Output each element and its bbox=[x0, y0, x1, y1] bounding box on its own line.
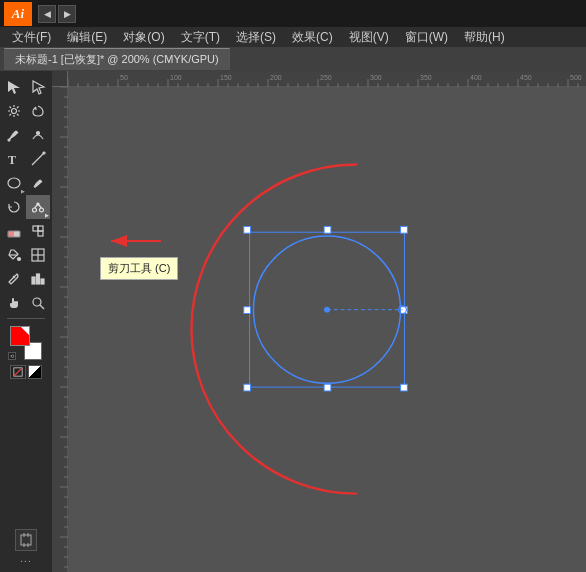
handle-tr bbox=[401, 226, 408, 233]
svg-line-38 bbox=[40, 305, 44, 309]
menu-effect[interactable]: 效果(C) bbox=[284, 27, 341, 47]
menu-file[interactable]: 文件(F) bbox=[4, 27, 59, 47]
svg-rect-119 bbox=[52, 87, 68, 572]
reset-colors-btn[interactable]: ⟲ bbox=[8, 352, 16, 360]
menu-object[interactable]: 对象(O) bbox=[115, 27, 172, 47]
nav-back-btn[interactable]: ◀ bbox=[38, 5, 56, 23]
tool-row-10 bbox=[0, 291, 52, 315]
svg-rect-26 bbox=[38, 231, 43, 236]
svg-line-40 bbox=[14, 368, 22, 376]
menu-window[interactable]: 窗口(W) bbox=[397, 27, 456, 47]
pencil-tool[interactable] bbox=[26, 171, 50, 195]
tool-row-3 bbox=[0, 123, 52, 147]
lasso-tool[interactable] bbox=[26, 99, 50, 123]
eyedropper-tool[interactable] bbox=[2, 267, 26, 291]
bar-graph-tool[interactable] bbox=[26, 267, 50, 291]
svg-point-8 bbox=[12, 109, 17, 114]
vertical-ruler bbox=[52, 87, 68, 572]
svg-text:T: T bbox=[8, 153, 16, 167]
svg-rect-34 bbox=[32, 277, 35, 284]
shape-builder-tool[interactable] bbox=[26, 219, 50, 243]
tool-row-4: T bbox=[0, 147, 52, 171]
handle-tl bbox=[244, 226, 251, 233]
svg-line-7 bbox=[10, 114, 12, 116]
tool-row-9 bbox=[0, 267, 52, 291]
direct-selection-tool[interactable] bbox=[26, 75, 50, 99]
paint-bucket-tool[interactable] bbox=[2, 243, 26, 267]
svg-point-10 bbox=[8, 139, 10, 141]
svg-rect-25 bbox=[33, 226, 38, 231]
zoom-tool[interactable] bbox=[26, 291, 50, 315]
mesh-tool[interactable] bbox=[26, 243, 50, 267]
svg-text:400: 400 bbox=[470, 74, 482, 81]
ellipse-tool[interactable]: ▶ bbox=[2, 171, 26, 195]
hand-tool[interactable] bbox=[2, 291, 26, 315]
svg-point-18 bbox=[40, 208, 44, 212]
svg-rect-41 bbox=[21, 535, 31, 545]
menu-select[interactable]: 选择(S) bbox=[228, 27, 284, 47]
svg-line-13 bbox=[32, 153, 44, 165]
selection-tool[interactable] bbox=[2, 75, 26, 99]
handle-ml bbox=[244, 307, 251, 314]
nav-forward-btn[interactable]: ▶ bbox=[58, 5, 76, 23]
document-canvas[interactable] bbox=[68, 87, 586, 572]
scissors-tool[interactable]: ▶ bbox=[26, 195, 50, 219]
svg-line-4 bbox=[10, 107, 12, 109]
red-outer-arc bbox=[191, 164, 356, 493]
type-tool[interactable]: T bbox=[2, 147, 26, 171]
tool-row-5: ▶ bbox=[0, 171, 52, 195]
artboard-tool[interactable] bbox=[15, 529, 37, 551]
svg-text:150: 150 bbox=[220, 74, 232, 81]
svg-text:350: 350 bbox=[420, 74, 432, 81]
main-area: T ▶ bbox=[0, 71, 586, 572]
svg-rect-27 bbox=[38, 226, 43, 231]
title-icons: ◀ ▶ bbox=[38, 5, 76, 23]
tab-bar: 未标题-1 [已恢复]* @ 200% (CMYK/GPU) bbox=[0, 47, 586, 71]
magic-wand-tool[interactable] bbox=[2, 99, 26, 123]
svg-text:300: 300 bbox=[370, 74, 382, 81]
eraser-tool[interactable] bbox=[2, 219, 26, 243]
svg-line-5 bbox=[17, 114, 19, 116]
svg-rect-23 bbox=[8, 231, 14, 237]
curvature-tool[interactable] bbox=[26, 123, 50, 147]
svg-text:100: 100 bbox=[170, 74, 182, 81]
pen-tool[interactable] bbox=[2, 123, 26, 147]
menu-view[interactable]: 视图(V) bbox=[341, 27, 397, 47]
menu-bar: 文件(F) 编辑(E) 对象(O) 文字(T) 选择(S) 效果(C) 视图(V… bbox=[0, 27, 586, 47]
horizontal-ruler: // Will be drawn via JS below 5010015020… bbox=[68, 71, 586, 87]
handle-br bbox=[401, 384, 408, 391]
none-color-btn[interactable] bbox=[10, 365, 26, 379]
svg-text:450: 450 bbox=[520, 74, 532, 81]
menu-help[interactable]: 帮助(H) bbox=[456, 27, 513, 47]
svg-line-6 bbox=[17, 107, 19, 109]
svg-point-29 bbox=[18, 258, 21, 261]
svg-point-21 bbox=[37, 203, 39, 205]
menu-edit[interactable]: 编辑(E) bbox=[59, 27, 115, 47]
rotate-tool[interactable] bbox=[2, 195, 26, 219]
gradient-btn[interactable] bbox=[28, 365, 42, 379]
menu-type[interactable]: 文字(T) bbox=[173, 27, 228, 47]
svg-text:50: 50 bbox=[120, 74, 128, 81]
toolbar-separator bbox=[7, 318, 45, 319]
svg-text:250: 250 bbox=[320, 74, 332, 81]
svg-point-14 bbox=[43, 152, 45, 154]
more-tools-btn[interactable]: ... bbox=[20, 553, 31, 564]
ruler-corner bbox=[52, 71, 68, 87]
foreground-color-swatch[interactable] bbox=[10, 326, 30, 346]
svg-text:500: 500 bbox=[570, 74, 582, 81]
svg-point-17 bbox=[33, 208, 37, 212]
canvas-area: // Will be drawn via JS below 5010015020… bbox=[52, 71, 586, 572]
left-toolbar: T ▶ bbox=[0, 71, 52, 572]
tool-row-1 bbox=[0, 75, 52, 99]
svg-point-15 bbox=[8, 178, 20, 188]
tool-row-8 bbox=[0, 243, 52, 267]
handle-bm bbox=[324, 384, 331, 391]
line-tool[interactable] bbox=[26, 147, 50, 171]
doc-tab[interactable]: 未标题-1 [已恢复]* @ 200% (CMYK/GPU) bbox=[4, 48, 230, 70]
svg-rect-36 bbox=[41, 279, 44, 284]
color-mode-row bbox=[10, 365, 42, 379]
svg-point-11 bbox=[37, 132, 40, 135]
svg-rect-35 bbox=[37, 274, 40, 284]
handle-bl bbox=[244, 384, 251, 391]
svg-text:200: 200 bbox=[270, 74, 282, 81]
